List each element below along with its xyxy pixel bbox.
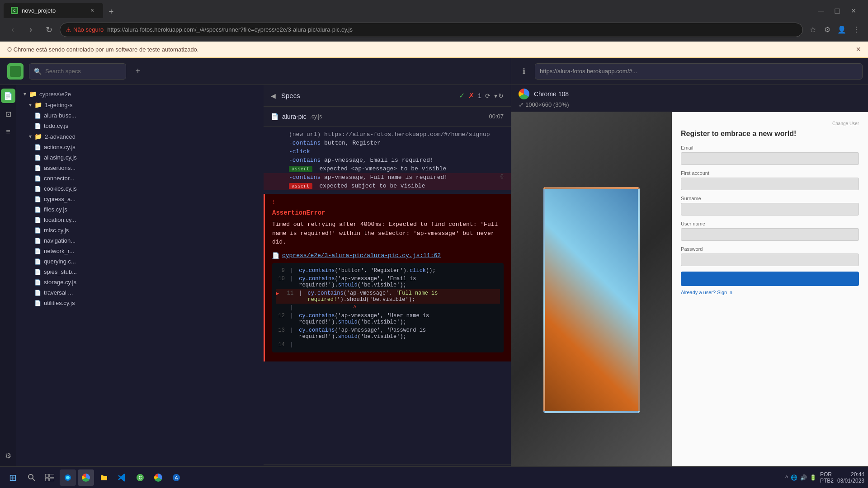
line-3-content: -contains button, Register [289,140,504,146]
tree-folder-2-advanced[interactable]: ▾ 📁 2-advanced [16,131,264,142]
file-name: alura-pic [282,113,307,120]
file-label: cypress_a... [44,196,75,202]
tree-file-connector[interactable]: 📄 connector... [16,173,264,183]
warning-icon: ⚠ [66,26,71,33]
snippet-line-12: 12 | cy.contains('ap-vmessage', 'User na… [276,312,500,326]
browser-name: Chrome 108 [534,90,569,98]
browser-toolbar: ‹ › ↻ ⚠ Não seguro https://alura-fotos.h… [0,18,868,42]
tree-file-cypress-a[interactable]: 📄 cypress_a... [16,194,264,204]
address-bar[interactable]: ⚠ Não seguro https://alura-fotos.herokua… [60,23,803,37]
error-file-link[interactable]: 📄 cypress/e2e/3-alura-pic/alura-pic.cy.j… [272,252,504,259]
taskbar-cypress-button[interactable]: C [132,469,148,486]
close-window-button[interactable]: × [846,4,861,18]
search-bar[interactable]: 🔍 [29,63,126,80]
tree-file-spies[interactable]: 📄 spies_stub... [16,267,264,277]
browser-badge: Chrome 108 ⤢ 1000×660 (30%) [511,85,868,112]
tree-file-storage[interactable]: 📄 storage.cy.js [16,277,264,287]
taskbar-sys-icons: ^ 🌐 🔊 🔋 [785,474,816,481]
specs-title: Specs [281,92,300,99]
cypress-body: 📄 ⊡ ≡ ⚙ C ▾ 📁 cypress\e2e [0,85,511,488]
folder-icon: 📁 [34,133,42,140]
subfolder-label: 1-getting-s [45,102,72,108]
test-line-2: (new url) https://alura-fotos.herokuapp.… [264,130,511,139]
taskbar-app-button[interactable]: A [168,469,184,486]
reload-tests-button[interactable]: ↻ [498,92,504,99]
tree-file-todo[interactable]: 📄 todo.cy.js [16,121,264,131]
taskbar-chevron-icon[interactable]: ^ [785,474,788,481]
file-label: alura-busc... [44,112,76,119]
tree-file-utilities[interactable]: 📄 utilities.cy.js [16,298,264,308]
file-label: connector... [44,175,74,182]
spinner-icon: ⟳ [485,92,491,99]
sidebar-icon-settings[interactable]: ⚙ [1,448,15,463]
taskbar-task-view-button[interactable] [42,469,58,486]
new-tab-button[interactable]: + [105,5,118,18]
maximize-button[interactable]: □ [830,4,844,18]
file-icon: 📄 [34,238,41,244]
tree-file-aliasing[interactable]: 📄 aliasing.cy.js [16,152,264,163]
url-display: https://alura-fotos.herokuapp.com/_/#/sp… [107,26,797,33]
tree-file-traversal[interactable]: 📄 traversal ... [16,287,264,298]
taskbar-sound-icon: 🔊 [800,474,807,481]
svg-rect-8 [45,478,49,481]
file-icon: 📄 [34,206,41,213]
tab-bar: C novo_projeto × + ─ □ × [0,0,868,18]
file-label: assertions... [44,164,75,171]
start-button[interactable]: ⊞ [4,469,22,486]
tree-file-files[interactable]: 📄 files.cy.js [16,204,264,215]
active-tab[interactable]: C novo_projeto × [4,3,103,18]
file-icon: 📄 [34,227,41,234]
tab-close-button[interactable]: × [89,6,96,15]
bookmark-this-tab-button[interactable]: ☆ [807,23,819,36]
tree-file-querying[interactable]: 📄 querying.c... [16,256,264,267]
add-spec-button[interactable]: + [132,65,144,78]
preview-url-bar[interactable]: https://alura-fotos.herokuapp.com/#... [535,63,863,80]
tree-file-location[interactable]: 📄 location.cy... [16,215,264,225]
sidebar-icon-runs[interactable]: ⊡ [1,107,15,121]
tree-file-misc[interactable]: 📄 misc.cy.js [16,225,264,235]
chevron-down-icon: ▾ [24,91,26,97]
more-options-button[interactable]: ⋮ [850,23,863,36]
test-line-3: -contains button, Register [264,139,511,147]
file-icon: 📄 [34,300,41,306]
tree-file-actions[interactable]: 📄 actions.cy.js [16,142,264,152]
preview-register-button [681,272,859,286]
snippet-12-code: cy.contains('ap-vmessage', 'User name is… [299,313,500,325]
run-controls: ✓ ✗ 1 ⟳ ▾ ↻ [459,91,504,100]
browser-extensions-button[interactable]: ⚙ [821,23,834,36]
preview-content: Change User Register to embrace a new wo… [511,112,868,488]
sidebar-icon-specs[interactable]: 📄 [1,89,15,103]
minimize-button[interactable]: ─ [814,4,828,18]
file-label: navigation... [44,237,75,244]
test-output[interactable]: (new url) https://alura-fotos.herokuapp.… [264,127,511,465]
svg-rect-7 [50,474,54,477]
file-label: network_r... [44,248,74,254]
code-snippet: 9 | cy.contains('button', 'Register').cl… [272,263,504,352]
line-5-content: -contains ap-vmessage, Email is required… [289,157,504,164]
tree-folder-cypress-e2e[interactable]: ▾ 📁 cypress\e2e [16,89,264,99]
tree-file-assertions[interactable]: 📄 assertions... [16,163,264,173]
sidebar-icon-debug[interactable]: ≡ [1,125,15,139]
profile-button[interactable]: 👤 [835,23,848,36]
taskbar-vscode-button[interactable] [114,469,130,486]
preview-info-icon[interactable]: ℹ [517,64,531,79]
tree-file-network[interactable]: 📄 network_r... [16,246,264,256]
taskbar-files-button[interactable] [96,469,112,486]
run-dropdown-button[interactable]: ▾ [494,92,497,99]
reload-button[interactable]: ↻ [42,23,56,37]
forward-button[interactable]: › [24,23,38,37]
close-controlled-bar-button[interactable]: × [856,45,861,54]
taskbar-network-icon: 🌐 [791,474,797,481]
tree-folder-1-getting[interactable]: ▾ 📁 1-getting-s [16,99,264,110]
tree-file-alura-busc[interactable]: 📄 alura-busc... [16,110,264,121]
taskbar-chrome-button[interactable] [78,469,94,486]
taskbar-search-button[interactable] [24,469,40,486]
cypress-logo [7,63,24,80]
taskbar-chrome2-button[interactable] [150,469,166,486]
test-line-7: -contains ap-vmessage, Full name is requ… [264,173,511,182]
tree-file-cookies[interactable]: 📄 cookies.cy.js [16,183,264,194]
taskbar-edge-button[interactable] [60,469,76,486]
tree-file-navigation[interactable]: 📄 navigation... [16,235,264,246]
search-input[interactable] [45,68,121,75]
back-button[interactable]: ‹ [5,23,20,37]
